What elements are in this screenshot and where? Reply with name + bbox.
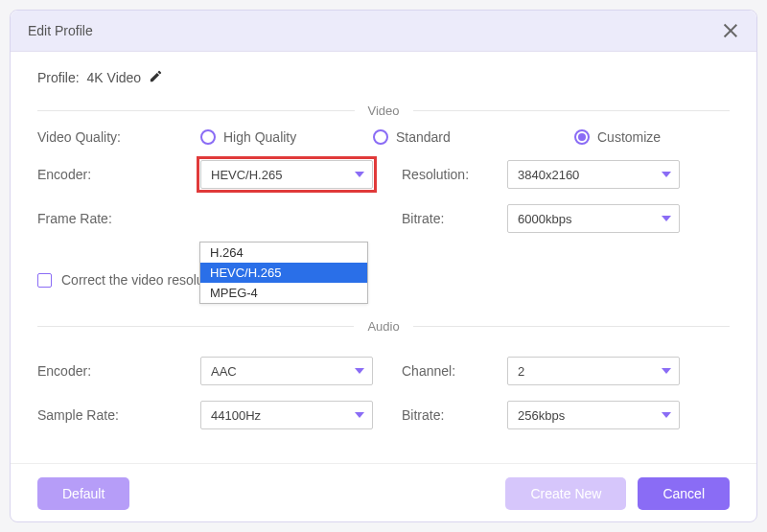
default-button[interactable]: Default [37,477,129,510]
video-quality-label: Video Quality: [37,129,200,145]
chevron-down-icon [662,216,671,221]
audio-encoder-label: Encoder: [37,363,200,379]
video-encoder-highlight: HEVC/H.265 [200,160,373,189]
correct-resolution-checkbox[interactable] [37,273,52,288]
profile-label: Profile: [37,70,80,85]
audio-bitrate-select[interactable]: 256kbps [507,401,680,429]
video-bitrate-label: Bitrate: [402,211,507,226]
video-encoder-dropdown[interactable]: H.264 HEVC/H.265 MPEG-4 [199,242,368,304]
audio-settings-grid: Encoder: AAC Channel: 2 Sample Rate: 441… [37,357,730,429]
video-encoder-label: Encoder: [37,167,200,182]
select-value: 44100Hz [211,408,261,423]
titlebar: Edit Profile [11,11,756,52]
video-quality-customize[interactable]: Customize [574,129,661,145]
chevron-down-icon [662,368,671,374]
select-value: 2 [518,364,524,379]
encoder-option[interactable]: H.264 [200,243,367,263]
video-settings-grid: Video Quality: High Quality Standard Cus… [37,129,730,233]
video-quality-radio-group: High Quality Standard Customize [200,129,680,145]
modal-title: Edit Profile [28,23,93,38]
video-section-divider: Video [37,104,730,118]
radio-label: Standard [396,129,451,145]
audio-encoder-select[interactable]: AAC [200,357,373,385]
video-framerate-label: Frame Rate: [37,211,200,226]
chevron-down-icon [662,412,671,418]
video-resolution-label: Resolution: [402,167,507,182]
video-section-label: Video [355,104,413,118]
radio-label: Customize [597,129,661,145]
video-quality-high[interactable]: High Quality [200,129,373,145]
audio-samplerate-select[interactable]: 44100Hz [200,401,373,429]
audio-bitrate-label: Bitrate: [402,407,507,423]
select-value: 256kbps [518,408,565,423]
select-value: 3840x2160 [518,168,579,182]
chevron-down-icon [355,368,364,374]
close-icon[interactable] [722,22,739,39]
select-value: 6000kbps [518,212,571,226]
audio-channel-select[interactable]: 2 [507,357,680,385]
chevron-down-icon [355,172,364,177]
select-value: AAC [211,364,237,379]
video-encoder-select[interactable]: HEVC/H.265 [200,160,373,189]
encoder-option[interactable]: MPEG-4 [200,283,367,303]
modal-body: Profile: 4K Video Video Video Quality: H… [11,52,756,521]
encoder-option[interactable]: HEVC/H.265 [200,263,367,283]
profile-row: Profile: 4K Video [37,69,730,86]
audio-samplerate-label: Sample Rate: [37,407,200,423]
video-resolution-select[interactable]: 3840x2160 [507,160,680,189]
footer-divider [11,463,756,464]
edit-profile-modal: Edit Profile Profile: 4K Video Video Vid… [10,10,757,522]
cancel-button[interactable]: Cancel [638,477,730,510]
select-value: HEVC/H.265 [211,168,282,182]
footer: Default Create New Cancel [37,477,730,510]
radio-icon [373,129,388,145]
chevron-down-icon [662,172,671,177]
create-new-button[interactable]: Create New [505,477,626,510]
chevron-down-icon [355,412,364,418]
profile-value: 4K Video [87,70,142,85]
audio-channel-label: Channel: [402,363,507,379]
edit-icon[interactable] [149,69,163,86]
video-quality-standard[interactable]: Standard [373,129,574,145]
radio-icon [574,129,590,145]
radio-label: High Quality [223,129,296,145]
radio-icon [200,129,216,145]
audio-section-label: Audio [354,319,412,334]
correct-resolution-row: Correct the video resolution automatical… [37,271,730,289]
video-bitrate-select[interactable]: 6000kbps [507,204,680,233]
audio-section-divider: Audio [37,319,730,334]
